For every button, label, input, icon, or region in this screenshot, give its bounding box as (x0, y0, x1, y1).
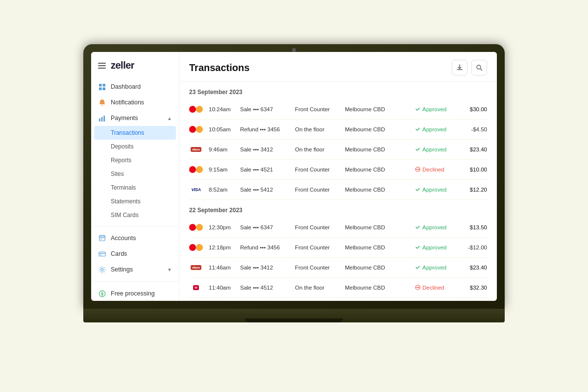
tx-status-label: Approved (422, 147, 446, 152)
sidebar-item-notifications[interactable]: Notifications (91, 95, 179, 110)
mastercard-icon (189, 165, 203, 174)
tx-location1: Front Counter (295, 265, 339, 270)
tx-amount: $23.40 (460, 147, 487, 152)
card-type-icon: eftpos (189, 263, 203, 272)
tx-amount: $32.30 (460, 285, 487, 291)
tx-location1: Front Counter (295, 245, 339, 250)
hamburger-icon[interactable] (98, 63, 106, 69)
subnav-item-reports[interactable]: Reports (91, 153, 179, 167)
settings-icon (98, 266, 106, 273)
laptop-shell: zeller Dashboard (83, 44, 505, 348)
tx-location2: Melbourne CBD (345, 245, 409, 250)
table-row[interactable]: 9:15am Sale ••• 4521 Front Counter Melbo… (189, 160, 487, 180)
tx-location1: Front Counter (295, 224, 339, 230)
svg-text:$: $ (101, 292, 103, 296)
payments-expand-icon: ▲ (167, 116, 172, 121)
mastercard-icon (189, 243, 203, 252)
table-row[interactable]: VISA 11:25am Sale ••• 7512 On the floor … (189, 298, 487, 301)
status-icon (415, 167, 420, 173)
svg-rect-8 (99, 254, 101, 255)
sidebar-item-accounts-label: Accounts (111, 235, 136, 242)
sidebar-item-free-processing[interactable]: $ Free processing (91, 286, 179, 301)
tx-location1: Front Counter (295, 106, 339, 112)
tx-location1: On the floor (295, 126, 339, 132)
tx-location2: Melbourne CBD (345, 147, 409, 152)
tx-status: Declined (415, 285, 454, 291)
tx-amount: -$4.50 (460, 126, 487, 132)
subnav-item-simcards[interactable]: SIM Cards (91, 208, 179, 222)
svg-rect-1 (102, 83, 105, 86)
main-content: Transactions (179, 52, 497, 301)
table-row[interactable]: VISA 8:52am Sale ••• 5412 Front Counter … (189, 180, 487, 200)
sidebar-nav: Dashboard Notifications (91, 79, 179, 301)
tx-location2: Melbourne CBD (345, 106, 409, 112)
table-row[interactable]: 10:05am Refund ••• 3456 On the floor Mel… (189, 120, 487, 140)
card-type-icon (189, 243, 203, 252)
sidebar-item-cards-label: Cards (111, 250, 127, 257)
grid-icon (98, 83, 106, 91)
tx-time: 9:46am (209, 147, 234, 152)
table-row[interactable]: eftpos 9:46am Sale ••• 3412 On the floor… (189, 140, 487, 160)
westpac-icon: W (193, 285, 199, 290)
status-icon (415, 147, 420, 153)
table-row[interactable]: 12:18pm Refund ••• 3456 Front Counter Me… (189, 238, 487, 258)
tx-time: 10:24am (209, 106, 234, 112)
subnav-item-sites[interactable]: Sites (91, 167, 179, 181)
table-row[interactable]: W 11:40am Sale ••• 4512 On the floor Mel… (189, 278, 487, 298)
download-button[interactable] (452, 60, 467, 75)
eftpos-icon: eftpos (191, 147, 201, 152)
tx-status: Approved (415, 224, 454, 231)
sidebar-item-accounts[interactable]: Accounts (91, 230, 179, 246)
card-type-icon (189, 222, 203, 232)
tx-amount: $13.50 (460, 224, 487, 230)
main-header: Transactions (179, 52, 497, 82)
tx-amount: -$12.00 (460, 245, 487, 250)
tx-status: Declined (415, 167, 454, 173)
tx-location1: On the floor (295, 285, 339, 291)
table-row[interactable]: eftpos 11:46am Sale ••• 3412 Front Count… (189, 258, 487, 278)
sidebar-item-dashboard[interactable]: Dashboard (91, 79, 179, 95)
settings-expand-icon: ▼ (167, 267, 172, 272)
tx-status-label: Declined (422, 167, 444, 172)
sidebar-item-cards[interactable]: Cards (91, 246, 179, 262)
tx-time: 8:52am (209, 187, 234, 193)
cards-icon (98, 250, 106, 258)
tx-location2: Melbourne CBD (345, 285, 409, 291)
subnav-item-terminals[interactable]: Terminals (91, 181, 179, 195)
status-icon (415, 126, 420, 133)
search-button[interactable] (471, 60, 487, 75)
tx-status: Approved (415, 106, 454, 113)
sidebar-item-dashboard-label: Dashboard (111, 83, 141, 90)
tx-status-label: Approved (422, 106, 446, 112)
sidebar-item-settings[interactable]: Settings ▼ (91, 262, 179, 277)
sidebar-header: zeller (91, 60, 179, 79)
tx-desc: Sale ••• 4512 (240, 285, 289, 291)
tx-location2: Melbourne CBD (345, 167, 409, 172)
tx-amount: $10.00 (460, 167, 487, 172)
sidebar-item-settings-label: Settings (111, 266, 133, 273)
table-row[interactable]: 12:30pm Sale ••• 6347 Front Counter Melb… (189, 218, 487, 238)
tx-location2: Melbourne CBD (345, 187, 409, 193)
table-row[interactable]: 10:24am Sale ••• 6347 Front Counter Melb… (189, 99, 487, 120)
card-type-icon (189, 124, 203, 134)
laptop-screen: zeller Dashboard (91, 52, 497, 301)
tx-location2: Melbourne CBD (345, 126, 409, 132)
tx-status-label: Approved (422, 126, 446, 132)
sidebar-item-payments[interactable]: Payments ▲ (91, 110, 179, 126)
visa-icon: VISA (191, 187, 200, 192)
tx-status: Approved (415, 245, 454, 251)
page-title: Transactions (189, 62, 249, 74)
logo: zeller (111, 60, 134, 71)
laptop-camera (292, 48, 296, 52)
status-icon (415, 187, 420, 193)
status-icon (415, 285, 420, 291)
sidebar-item-payments-label: Payments (111, 115, 138, 122)
tx-location2: Melbourne CBD (345, 224, 409, 230)
subnav-item-transactions[interactable]: Transactions (94, 126, 176, 140)
subnav-item-deposits[interactable]: Deposits (91, 140, 179, 153)
tx-time: 9:15am (209, 167, 234, 172)
card-type-icon: W (189, 283, 203, 293)
subnav-item-statements[interactable]: Statements (91, 195, 179, 208)
tx-location1: On the floor (295, 147, 339, 152)
tx-time: 11:40am (209, 285, 234, 291)
